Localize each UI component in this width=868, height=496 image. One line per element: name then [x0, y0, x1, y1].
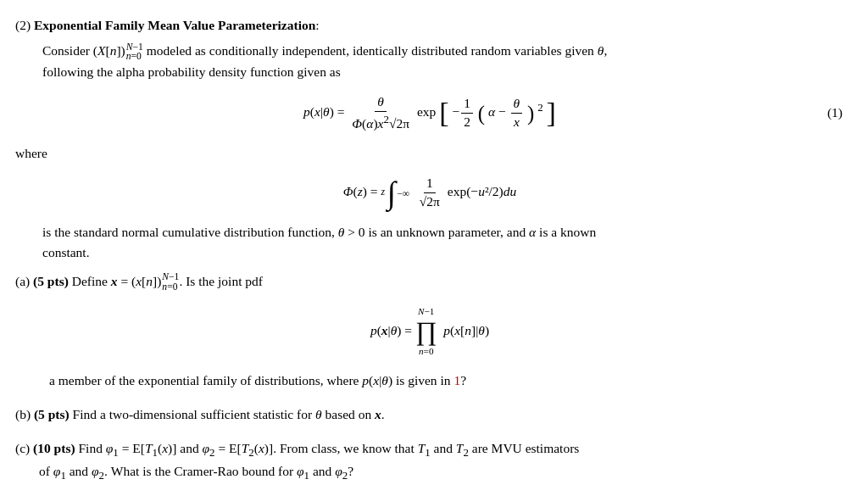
product-symbol: N−1 ∏ n=0 [415, 304, 437, 359]
part-b: (b) (5 pts) Find a two-dimensional suffi… [15, 404, 844, 425]
part-c: (c) (10 pts) Find φ1 = E[T1(x)] and φ2 =… [15, 438, 844, 484]
eq1-theta-x-frac: θx [511, 96, 523, 130]
integral-display: z ∫ −∞ [381, 180, 412, 207]
integral-lower-limit: −∞ [397, 185, 409, 202]
main-content: (2) Exponential Family Mean Value Parame… [15, 15, 844, 484]
eq1-label: (1) [827, 103, 843, 123]
phi-frac: 1 √2π [417, 176, 442, 209]
integral-limits: z [381, 185, 385, 202]
eq1-content: p(x|θ) = θ Φ(α)x2√2π exp [ −12 ( α − θx … [303, 94, 556, 131]
intro-text-1: Consider (X[n])N−1n=0 modeled as conditi… [42, 43, 607, 58]
section-header: (2) Exponential Family Mean Value Parame… [15, 15, 844, 36]
cdf-description: is the standard normal cumulative distri… [42, 222, 844, 263]
phi-equation-block: Φ(z) = z ∫ −∞ 1 √2π exp(−u²/2)du [15, 176, 844, 209]
section-number: (2) [15, 18, 31, 32]
eq1-half-frac: 12 [461, 96, 473, 130]
intro-text-2: following the alpha probability density … [42, 64, 341, 79]
equation-1-block: p(x|θ) = θ Φ(α)x2√2π exp [ −12 ( α − θx … [15, 94, 844, 131]
intro-paragraph: Consider (X[n])N−1n=0 modeled as conditi… [42, 41, 844, 82]
part-a: (a) (5 pts) Define x = (x[n])N−1n=0. Is … [15, 271, 844, 293]
joint-pdf-block: p(x|θ) = N−1 ∏ n=0 p(x[n]|θ) [15, 304, 844, 359]
section-title: Exponential Family Mean Value Parameteri… [34, 18, 315, 32]
eq1-fraction: θ Φ(α)x2√2π [349, 94, 412, 131]
joint-pdf-content: p(x|θ) = N−1 ∏ n=0 p(x[n]|θ) [370, 304, 489, 359]
where-label: where [15, 143, 844, 164]
part-a-question: a member of the exponential family of di… [49, 371, 844, 391]
phi-eq-content: Φ(z) = z ∫ −∞ 1 √2π exp(−u²/2)du [343, 176, 517, 209]
